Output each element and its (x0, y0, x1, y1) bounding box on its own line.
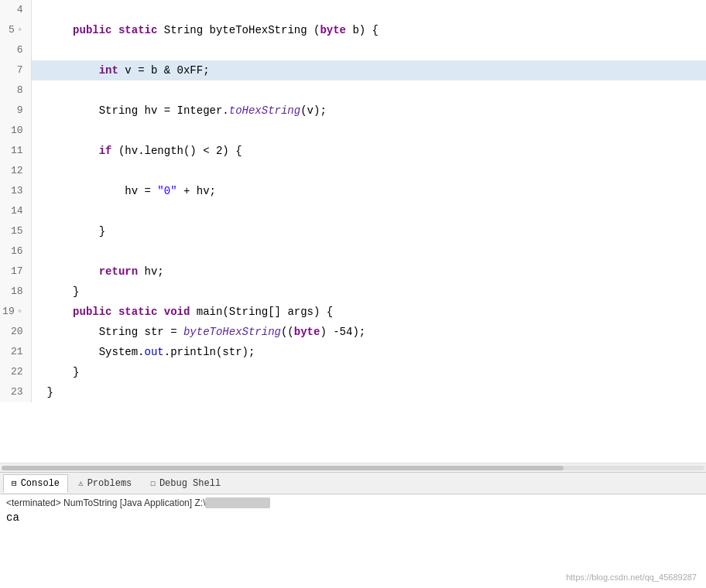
code-area: 45 public static String byteToHexString … (0, 0, 706, 472)
panel-tab-debug-shell[interactable]: ☐Debug Shell (142, 474, 229, 493)
code-line-content[interactable]: public static void main(String[] args) { (31, 302, 706, 322)
code-line-content[interactable] (31, 241, 706, 262)
line-number: 22 (0, 362, 31, 382)
terminated-blur (205, 497, 269, 508)
line-number: 21 (0, 342, 31, 362)
code-line-content[interactable] (31, 121, 706, 141)
code-line-content[interactable]: System.out.println(str); (31, 342, 706, 362)
output-line: ca (6, 511, 700, 524)
code-row: 13 hv = "0" + hv; (0, 181, 706, 201)
panel-tab-problems[interactable]: ⚠Problems (70, 474, 140, 493)
code-line-content[interactable]: int v = b & 0xFF; (31, 60, 706, 80)
terminated-line: <terminated> NumToString [Java Applicati… (6, 497, 700, 508)
code-row: 19 public static void main(String[] args… (0, 302, 706, 322)
code-row: 14 (0, 201, 706, 221)
code-line-content[interactable]: } (31, 362, 706, 382)
code-row: 16 (0, 241, 706, 262)
code-row: 4 (0, 0, 706, 20)
scrollbar-thumb (2, 466, 564, 470)
terminated-text: <terminated> NumToString [Java Applicati… (6, 497, 205, 508)
code-row: 17 return hv; (0, 262, 706, 282)
code-line-content[interactable] (31, 40, 706, 60)
code-line-content[interactable] (31, 0, 706, 20)
line-number: 18 (0, 282, 31, 302)
tab-icon: ⚠ (78, 478, 84, 488)
panel-tabs: ⊟Console⚠Problems☐Debug Shell (0, 473, 706, 494)
code-scroll[interactable]: 45 public static String byteToHexString … (0, 0, 706, 463)
line-number: 16 (0, 241, 31, 262)
code-line-content[interactable]: String hv = Integer.toHexString(v); (31, 101, 706, 121)
horizontal-scrollbar[interactable] (0, 463, 706, 472)
line-number: 7 (0, 60, 31, 80)
code-line-content[interactable] (31, 161, 706, 181)
line-number: 23 (0, 382, 31, 402)
code-row: 11 if (hv.length() < 2) { (0, 141, 706, 161)
code-line-content[interactable]: hv = "0" + hv; (31, 181, 706, 201)
tab-label: Console (21, 478, 60, 489)
line-number: 20 (0, 322, 31, 342)
code-line-content[interactable]: String str = byteToHexString((byte) -54)… (31, 322, 706, 342)
code-row: 20 String str = byteToHexString((byte) -… (0, 322, 706, 342)
scrollbar-track (2, 466, 704, 470)
code-row: 6 (0, 40, 706, 60)
code-line-content[interactable]: } (31, 382, 706, 402)
line-number: 4 (0, 0, 31, 20)
code-line-content[interactable]: } (31, 282, 706, 302)
code-row: 22 } (0, 362, 706, 382)
watermark: https://blog.csdn.net/qq_45689287 (566, 573, 697, 582)
code-row: 9 String hv = Integer.toHexString(v); (0, 101, 706, 121)
line-number: 19 (0, 302, 31, 322)
code-row: 8 (0, 80, 706, 101)
code-line-content[interactable]: if (hv.length() < 2) { (31, 141, 706, 161)
line-number: 9 (0, 101, 31, 121)
bottom-panel: ⊟Console⚠Problems☐Debug Shell <terminate… (0, 472, 706, 588)
code-table: 45 public static String byteToHexString … (0, 0, 706, 402)
code-row: 5 public static String byteToHexString (… (0, 20, 706, 40)
line-number: 15 (0, 221, 31, 241)
tab-label: Debug Shell (159, 478, 221, 489)
code-row: 21 System.out.println(str); (0, 342, 706, 362)
code-row: 12 (0, 161, 706, 181)
line-number: 17 (0, 262, 31, 282)
code-line-content[interactable] (31, 80, 706, 101)
line-number: 6 (0, 40, 31, 60)
tab-icon: ☐ (150, 478, 156, 488)
line-number: 5 (0, 20, 31, 40)
code-line-content[interactable] (31, 201, 706, 221)
tab-label: Problems (87, 478, 132, 489)
code-row: 7 int v = b & 0xFF; (0, 60, 706, 80)
line-number: 8 (0, 80, 31, 101)
editor-container: 45 public static String byteToHexString … (0, 0, 706, 588)
tab-icon: ⊟ (12, 478, 17, 488)
code-line-content[interactable]: public static String byteToHexString (by… (31, 20, 706, 40)
code-row: 10 (0, 121, 706, 141)
code-line-content[interactable]: } (31, 221, 706, 241)
code-line-content[interactable]: return hv; (31, 262, 706, 282)
code-row: 23} (0, 382, 706, 402)
line-number: 10 (0, 121, 31, 141)
code-row: 15 } (0, 221, 706, 241)
line-number: 11 (0, 141, 31, 161)
panel-tab-console[interactable]: ⊟Console (3, 474, 68, 493)
line-number: 12 (0, 161, 31, 181)
code-row: 18 } (0, 282, 706, 302)
line-number: 14 (0, 201, 31, 221)
line-number: 13 (0, 181, 31, 201)
